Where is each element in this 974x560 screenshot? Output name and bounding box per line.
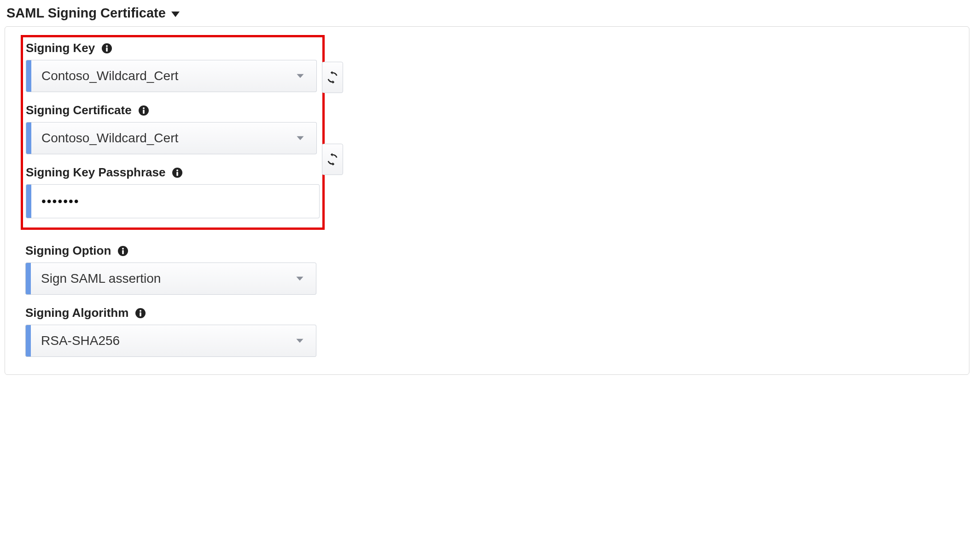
passphrase-input[interactable] (31, 184, 320, 218)
refresh-signing-cert-button[interactable] (322, 144, 343, 175)
passphrase-label: Signing Key Passphrase (26, 165, 165, 180)
passphrase-group: Signing Key Passphrase (26, 165, 320, 216)
chevron-down-icon (294, 273, 306, 285)
svg-rect-5 (143, 110, 145, 114)
signing-cert-label: Signing Certificate (26, 103, 132, 117)
svg-point-1 (106, 45, 108, 47)
chevron-down-icon (294, 70, 306, 82)
signing-key-group: Signing Key Contoso_Wildcard_Cert (26, 41, 320, 92)
refresh-icon (327, 71, 338, 83)
accent-bar (26, 122, 31, 154)
signing-option-label: Signing Option (25, 244, 111, 258)
svg-point-10 (122, 248, 124, 250)
signing-key-label: Signing Key (26, 41, 95, 55)
signing-algo-value: RSA-SHA256 (41, 333, 120, 348)
highlight-box: Signing Key Contoso_Wildcard_Cert (21, 35, 325, 230)
accent-bar (26, 184, 31, 218)
signing-key-value: Contoso_Wildcard_Cert (41, 69, 178, 83)
signing-cert-value: Contoso_Wildcard_Cert (41, 131, 178, 146)
accent-bar (26, 60, 31, 92)
signing-key-select[interactable]: Contoso_Wildcard_Cert (31, 60, 317, 92)
saml-signing-panel: Signing Key Contoso_Wildcard_Cert (5, 26, 969, 375)
signing-option-value: Sign SAML assertion (41, 271, 161, 286)
refresh-icon (327, 153, 338, 165)
info-icon[interactable] (138, 105, 149, 116)
svg-point-4 (143, 107, 145, 109)
accent-bar (25, 325, 31, 357)
chevron-down-icon (294, 132, 306, 144)
caret-down-icon (171, 12, 180, 17)
chevron-down-icon (294, 335, 306, 347)
svg-rect-8 (177, 172, 179, 176)
info-icon[interactable] (135, 308, 146, 319)
info-icon[interactable] (101, 43, 112, 54)
signing-option-select[interactable]: Sign SAML assertion (31, 262, 316, 295)
signing-cert-group: Signing Certificate Contoso_Wildcard_Cer… (26, 103, 320, 154)
signing-algo-group: Signing Algorithm RSA-SHA256 (25, 306, 949, 357)
svg-rect-14 (140, 312, 142, 316)
accent-bar (25, 262, 31, 295)
svg-point-7 (176, 169, 178, 171)
svg-rect-11 (122, 250, 124, 254)
info-icon[interactable] (117, 245, 128, 257)
section-header[interactable]: SAML Signing Certificate (5, 5, 969, 23)
svg-point-13 (140, 310, 141, 312)
signing-algo-select[interactable]: RSA-SHA256 (31, 325, 316, 357)
signing-option-group: Signing Option Sign SAML assertion (25, 244, 949, 295)
signing-cert-select[interactable]: Contoso_Wildcard_Cert (31, 122, 317, 154)
info-icon[interactable] (172, 167, 183, 178)
refresh-signing-key-button[interactable] (322, 62, 343, 93)
signing-algo-label: Signing Algorithm (25, 306, 128, 320)
svg-rect-2 (106, 47, 108, 52)
section-title-text: SAML Signing Certificate (6, 6, 166, 21)
